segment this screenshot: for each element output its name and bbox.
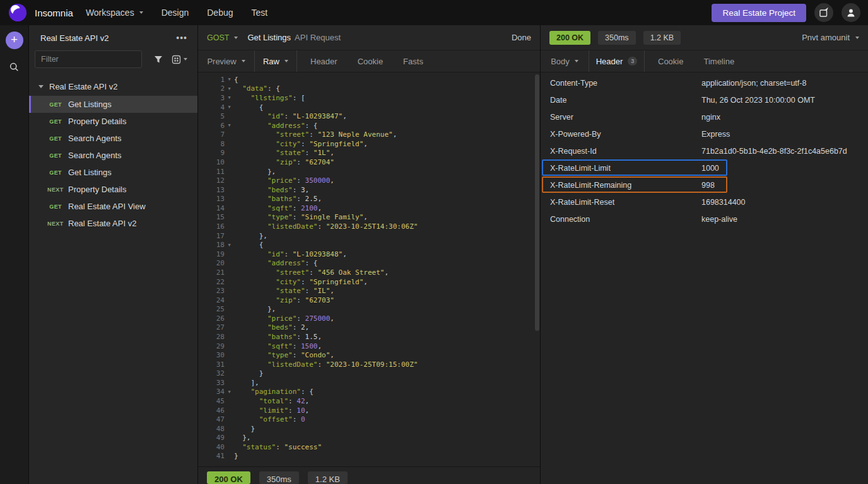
code-text: "data": {: [234, 84, 280, 93]
tab-preview-dropdown[interactable]: Preview▼: [198, 50, 255, 72]
code-text: "street": "123 Neple Avenue",: [234, 130, 397, 139]
line-number: 46: [198, 406, 225, 415]
chevron-down-icon: ▼: [284, 60, 288, 62]
request-method-tag: GET: [47, 204, 62, 210]
search-button[interactable]: [9, 62, 20, 72]
response-header-row: Content-Typeapplication/json; charset=ut…: [541, 74, 868, 91]
tab-header[interactable]: Header: [303, 50, 344, 72]
sidebar-request-item[interactable]: GETSearch Agents: [29, 130, 197, 147]
user-avatar-icon: [846, 8, 856, 18]
code-text: }: [234, 369, 263, 377]
code-text: }: [234, 425, 255, 433]
request-method-tag: GET: [47, 101, 62, 108]
fold-toggle-icon[interactable]: ▼: [225, 243, 234, 248]
response-header-row: X-Powered-ByExpress: [541, 125, 868, 142]
fold-toggle-icon[interactable]: ▼: [225, 77, 234, 82]
line-number: 9: [198, 149, 225, 157]
code-text: "city": "Springfield",: [234, 140, 368, 148]
sidebar-request-item[interactable]: GETSearch Agents: [29, 147, 197, 164]
response-header-row: X-RateLimit-Reset1698314400: [541, 193, 868, 210]
code-text: "type": "Condo",: [234, 351, 334, 359]
request-method-tag: GET: [47, 153, 62, 159]
line-number: 20: [198, 259, 225, 267]
code-line: 7 "street": "123 Neple Avenue",: [198, 130, 540, 139]
tab-body-dropdown[interactable]: Body▼: [541, 50, 589, 72]
menu-design[interactable]: Design: [161, 8, 189, 18]
header-name: X-Powered-By: [541, 130, 701, 139]
line-number: 19: [198, 250, 225, 258]
status-badge: 200 OK: [207, 471, 250, 484]
header-name: X-RateLimit-Remaining: [541, 181, 701, 190]
fold-toggle-icon[interactable]: ▼: [225, 389, 234, 395]
code-text: "price": 350000,: [234, 176, 334, 185]
insomnia-logo-icon[interactable]: [9, 4, 26, 21]
code-line: 5 "id": "L-10293847",: [198, 112, 540, 121]
header-value: nginx: [701, 113, 720, 122]
filter-options-button[interactable]: [154, 55, 163, 64]
code-text: "address": {: [234, 259, 317, 267]
history-dropdown[interactable]: Pnvt amounit▼: [802, 33, 859, 42]
code-line: 30 "type": "Condo",: [198, 350, 540, 360]
code-text: "state": "1L",: [234, 149, 334, 157]
menu-workspaces[interactable]: Workspaces▼: [86, 8, 143, 18]
chevron-down-icon: ▼: [234, 37, 238, 39]
response-body-code[interactable]: 1▼{2▼ "data": {3▼ "llstings": [4▼ {5 "id…: [198, 72, 540, 466]
response-headers-table: Content-Typeapplication/json; charset=ut…: [541, 72, 868, 228]
menu-test[interactable]: Test: [252, 8, 268, 18]
tab-raw[interactable]: Raw▼: [255, 50, 297, 72]
tab-response-timeline[interactable]: Timeline: [696, 50, 741, 72]
code-text: },: [234, 434, 251, 442]
new-window-button[interactable]: [814, 3, 833, 22]
sidebar-request-item[interactable]: GETGet Listings: [29, 164, 197, 181]
response-size-chip: 1.2 KB: [308, 471, 348, 484]
done-button[interactable]: Done: [512, 33, 531, 42]
header-name: Connection: [541, 215, 701, 224]
fold-toggle-icon[interactable]: ▼: [225, 123, 234, 128]
tree-root-folder[interactable]: ▼ Real Estate API v2: [29, 78, 197, 95]
tab-response-header[interactable]: Header3: [589, 50, 645, 72]
tab-fasts[interactable]: Fasts: [396, 50, 430, 72]
code-line: 28 "baths": 1.5,: [198, 332, 540, 342]
workspace-menu-button[interactable]: •••: [176, 33, 187, 43]
fold-toggle-icon[interactable]: ▼: [225, 105, 234, 110]
response-time-chip: 350ms: [598, 31, 636, 45]
menu-debug[interactable]: Debug: [207, 8, 233, 18]
tab-cookie[interactable]: Cookie: [351, 50, 390, 72]
code-line: 24 "zip": "62703": [198, 296, 540, 305]
request-method-tag: NEXT: [47, 187, 62, 193]
header-value: keep-alive: [701, 215, 737, 224]
sidebar-request-item[interactable]: GETGet Listings: [29, 96, 197, 113]
account-button[interactable]: [842, 3, 860, 22]
request-method-tag: NEXT: [47, 221, 62, 227]
code-text: "zip": "62704": [234, 158, 334, 166]
request-label: Get Listings: [68, 168, 112, 177]
project-button[interactable]: Real Estate Project: [712, 4, 806, 22]
response-pane: 200 OK 350ms 1.2 KB Pnvt amounit▼ Body▼ …: [541, 25, 868, 484]
line-number: 41: [198, 452, 225, 460]
code-text: "sqft": 1500,: [234, 342, 322, 350]
line-number: 4: [198, 103, 225, 112]
app-title: Insomnia: [35, 8, 73, 18]
line-number: 48: [198, 425, 225, 433]
fold-toggle-icon[interactable]: ▼: [225, 95, 234, 100]
fold-toggle-icon[interactable]: ▼: [225, 86, 234, 91]
chevron-expanded-icon: ▼: [38, 85, 44, 88]
sidebar-display-button[interactable]: ▼: [172, 55, 187, 64]
sidebar-request-item[interactable]: NEXTProperty Details: [29, 181, 197, 198]
response-header-row: X-RateLimit-Remaining998: [541, 176, 868, 193]
filter-input[interactable]: [35, 50, 142, 68]
code-line: 47 "offset": 0: [198, 415, 540, 424]
code-line: 32 }: [198, 369, 540, 379]
line-number: 5: [198, 112, 225, 120]
create-new-button[interactable]: +: [6, 32, 23, 49]
scrollbar-thumb[interactable]: [535, 74, 539, 331]
sidebar-request-item[interactable]: GETProperty Details: [29, 113, 197, 130]
request-label: Search Agents: [68, 134, 122, 143]
sidebar-request-item[interactable]: NEXTReal Estate API v2: [29, 215, 197, 232]
request-method[interactable]: GOST: [207, 33, 229, 42]
sidebar-request-item[interactable]: GETReal Estate API View: [29, 198, 197, 215]
code-line: 13 "baths": 2.5,: [198, 195, 540, 204]
tab-response-cookie[interactable]: Cookie: [651, 50, 690, 72]
header-name: Date: [541, 96, 701, 105]
line-number: 16: [198, 222, 225, 231]
